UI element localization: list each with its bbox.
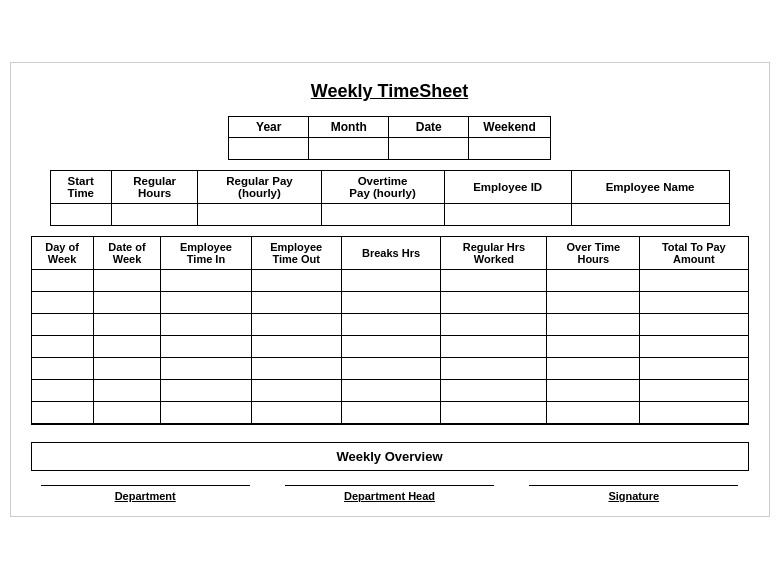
main-row-1-col-0[interactable] xyxy=(31,292,93,314)
main-table: Day ofWeek Date ofWeek EmployeeTime In E… xyxy=(31,236,749,432)
main-row-6-col-3[interactable] xyxy=(251,402,341,424)
date-value[interactable] xyxy=(389,138,469,160)
col-month: Month xyxy=(309,117,389,138)
main-col-date-of-week: Date ofWeek xyxy=(93,237,161,270)
main-row-5-col-7[interactable] xyxy=(640,380,748,402)
info-table: Year Month Date Weekend xyxy=(228,116,550,160)
overview-label: Weekly Overview xyxy=(337,449,443,464)
col-overtime-pay: OvertimePay (hourly) xyxy=(321,171,444,204)
main-row-2-col-0[interactable] xyxy=(31,314,93,336)
year-value[interactable] xyxy=(229,138,309,160)
signature-line xyxy=(529,485,738,486)
signature-row: Department Department Head Signature xyxy=(31,485,749,502)
main-row-2-col-1[interactable] xyxy=(93,314,161,336)
main-row-5-col-6[interactable] xyxy=(547,380,640,402)
main-row-1-col-6[interactable] xyxy=(547,292,640,314)
main-row-0-col-0[interactable] xyxy=(31,270,93,292)
main-row-5-col-4[interactable] xyxy=(341,380,441,402)
main-row-0-col-1[interactable] xyxy=(93,270,161,292)
col-date: Date xyxy=(389,117,469,138)
main-row-1-col-4[interactable] xyxy=(341,292,441,314)
main-row-4-col-5[interactable] xyxy=(441,358,547,380)
main-row-2-col-2[interactable] xyxy=(161,314,251,336)
main-row-0-col-5[interactable] xyxy=(441,270,547,292)
main-row-3-col-2[interactable] xyxy=(161,336,251,358)
main-row-6-col-6[interactable] xyxy=(547,402,640,424)
main-row-6-col-0[interactable] xyxy=(31,402,93,424)
col-start-time: StartTime xyxy=(50,171,111,204)
timesheet-page: Weekly TimeSheet Year Month Date Weekend xyxy=(10,62,770,517)
main-row-4-col-6[interactable] xyxy=(547,358,640,380)
regular-pay-value[interactable] xyxy=(198,204,321,226)
main-row-0-col-4[interactable] xyxy=(341,270,441,292)
main-row-4-col-4[interactable] xyxy=(341,358,441,380)
weekend-value[interactable] xyxy=(469,138,550,160)
month-value[interactable] xyxy=(309,138,389,160)
main-row-5-col-3[interactable] xyxy=(251,380,341,402)
department-head-sig: Department Head xyxy=(285,485,494,502)
main-row-5-col-2[interactable] xyxy=(161,380,251,402)
main-row-3-col-7[interactable] xyxy=(640,336,748,358)
main-row-2-col-7[interactable] xyxy=(640,314,748,336)
main-row-3-col-6[interactable] xyxy=(547,336,640,358)
main-col-day-of-week: Day ofWeek xyxy=(31,237,93,270)
mid-table: StartTime RegularHours Regular Pay(hourl… xyxy=(50,170,730,226)
main-col-breaks: Breaks Hrs xyxy=(341,237,441,270)
main-row-5-col-5[interactable] xyxy=(441,380,547,402)
main-row-2-col-4[interactable] xyxy=(341,314,441,336)
department-line xyxy=(41,485,250,486)
main-row-2-col-5[interactable] xyxy=(441,314,547,336)
main-row-1-col-2[interactable] xyxy=(161,292,251,314)
main-row-5-col-0[interactable] xyxy=(31,380,93,402)
main-row-6-col-2[interactable] xyxy=(161,402,251,424)
main-row-0-col-2[interactable] xyxy=(161,270,251,292)
main-row-3-col-3[interactable] xyxy=(251,336,341,358)
main-row-3-col-5[interactable] xyxy=(441,336,547,358)
page-title: Weekly TimeSheet xyxy=(31,81,749,102)
main-row-3-col-1[interactable] xyxy=(93,336,161,358)
signature-label: Signature xyxy=(608,490,659,502)
start-time-value[interactable] xyxy=(50,204,111,226)
main-row-4-col-3[interactable] xyxy=(251,358,341,380)
main-row-6-col-1[interactable] xyxy=(93,402,161,424)
main-row-3-col-0[interactable] xyxy=(31,336,93,358)
main-row-6-col-7[interactable] xyxy=(640,402,748,424)
weekly-overview: Weekly Overview xyxy=(31,442,749,471)
main-row-2-col-3[interactable] xyxy=(251,314,341,336)
main-row-3-col-4[interactable] xyxy=(341,336,441,358)
main-row-1-col-3[interactable] xyxy=(251,292,341,314)
main-col-time-out: EmployeeTime Out xyxy=(251,237,341,270)
department-head-line xyxy=(285,485,494,486)
main-row-0-col-6[interactable] xyxy=(547,270,640,292)
main-row-5-col-1[interactable] xyxy=(93,380,161,402)
overtime-pay-value[interactable] xyxy=(321,204,444,226)
main-row-6-col-4[interactable] xyxy=(341,402,441,424)
col-weekend: Weekend xyxy=(469,117,550,138)
department-head-label: Department Head xyxy=(344,490,435,502)
main-row-1-col-5[interactable] xyxy=(441,292,547,314)
col-employee-id: Employee ID xyxy=(444,171,571,204)
main-row-4-col-7[interactable] xyxy=(640,358,748,380)
main-row-6-col-5[interactable] xyxy=(441,402,547,424)
main-row-4-col-1[interactable] xyxy=(93,358,161,380)
signature-sig: Signature xyxy=(529,485,738,502)
col-employee-name: Employee Name xyxy=(571,171,729,204)
col-year: Year xyxy=(229,117,309,138)
mid-section: StartTime RegularHours Regular Pay(hourl… xyxy=(31,170,749,226)
info-section: Year Month Date Weekend xyxy=(31,116,749,160)
main-row-2-col-6[interactable] xyxy=(547,314,640,336)
main-row-1-col-1[interactable] xyxy=(93,292,161,314)
main-row-1-col-7[interactable] xyxy=(640,292,748,314)
employee-id-value[interactable] xyxy=(444,204,571,226)
main-row-0-col-7[interactable] xyxy=(640,270,748,292)
regular-hours-value[interactable] xyxy=(111,204,197,226)
department-label: Department xyxy=(115,490,176,502)
employee-name-value[interactable] xyxy=(571,204,729,226)
main-row-4-col-2[interactable] xyxy=(161,358,251,380)
main-row-4-col-0[interactable] xyxy=(31,358,93,380)
col-regular-hours: RegularHours xyxy=(111,171,197,204)
main-row-0-col-3[interactable] xyxy=(251,270,341,292)
main-col-regular-hrs: Regular HrsWorked xyxy=(441,237,547,270)
main-col-overtime-hrs: Over TimeHours xyxy=(547,237,640,270)
col-regular-pay: Regular Pay(hourly) xyxy=(198,171,321,204)
